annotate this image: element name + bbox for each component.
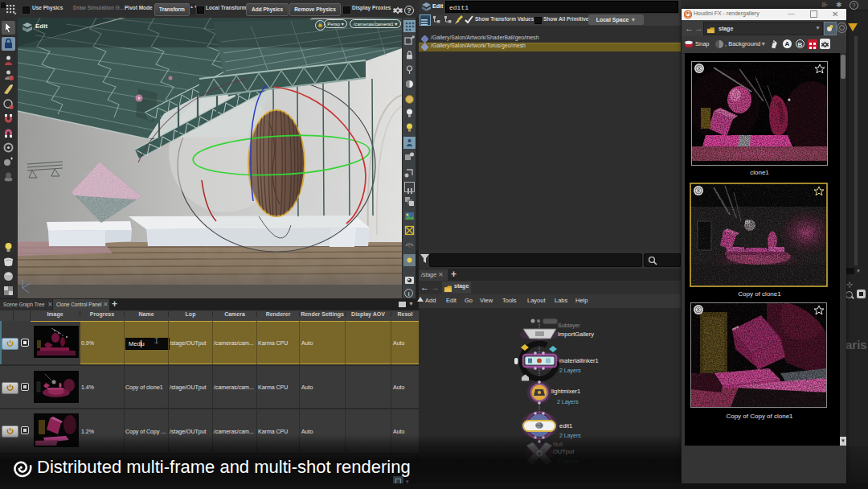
svg-text:Sublayer: Sublayer (558, 323, 580, 329)
svg-text:2 Layers: 2 Layers (557, 458, 579, 465)
svg-text:2 Layers: 2 Layers (559, 433, 581, 439)
svg-text:OUTput: OUTput (553, 448, 575, 455)
svg-text:edit1: edit1 (559, 422, 572, 429)
svg-text:materiallinker1: materiallinker1 (559, 357, 599, 364)
svg-text:lightmixer1: lightmixer1 (551, 388, 580, 395)
svg-text:2 Layers: 2 Layers (559, 368, 581, 374)
svg-text:2 Layers: 2 Layers (557, 399, 579, 405)
svg-text:Null: Null (553, 442, 563, 447)
svg-text:ImportGallery: ImportGallery (558, 331, 594, 338)
